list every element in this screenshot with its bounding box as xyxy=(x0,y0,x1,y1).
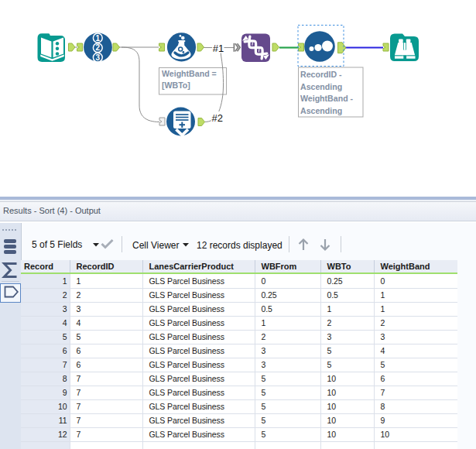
svg-text:#2: #2 xyxy=(212,112,223,124)
svg-text:#1: #1 xyxy=(213,43,224,54)
svg-text:WeightBand =: WeightBand = xyxy=(162,69,217,78)
svg-text:Ascending: Ascending xyxy=(300,82,342,91)
svg-text:RecordID -: RecordID - xyxy=(300,70,342,79)
svg-text:2: 2 xyxy=(96,43,101,52)
svg-text:1: 1 xyxy=(96,34,101,43)
svg-text:3: 3 xyxy=(96,53,101,62)
svg-text:WeightBand -: WeightBand - xyxy=(300,94,354,103)
svg-text:Ascending: Ascending xyxy=(300,106,342,115)
svg-text:[WBTo]: [WBTo] xyxy=(162,81,190,90)
